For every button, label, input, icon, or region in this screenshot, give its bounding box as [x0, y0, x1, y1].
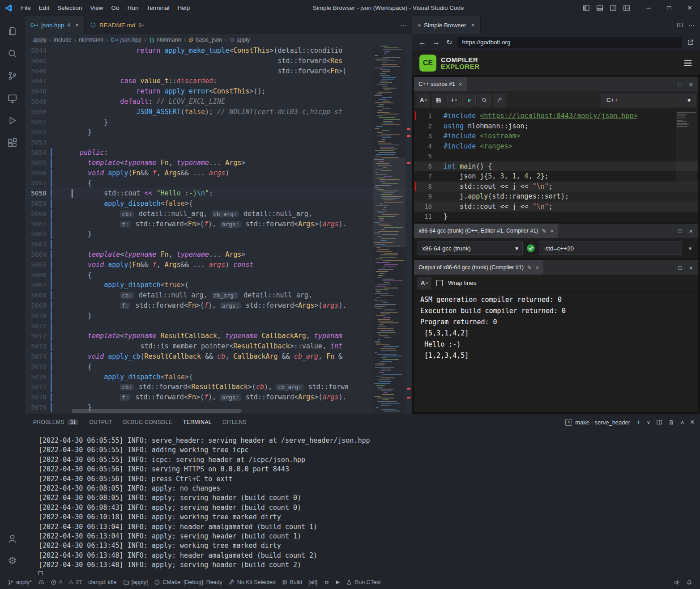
forward-button[interactable]: →: [432, 38, 440, 47]
output-pane-tab[interactable]: Output of x86-64 gcc (trunk) (Compiler #…: [414, 260, 543, 275]
close-pane-icon[interactable]: ×: [689, 81, 693, 88]
breadcrumb-item-include[interactable]: include: [54, 37, 72, 43]
status-play[interactable]: ▶: [333, 575, 343, 589]
editor-tab-README.md[interactable]: README.md9+: [85, 16, 150, 34]
compiler-explorer-logo[interactable]: CE: [419, 55, 436, 72]
activity-live-preview[interactable]: [2, 87, 23, 109]
layout-panel-button[interactable]: [596, 4, 603, 12]
activity-source-control[interactable]: [2, 64, 23, 87]
status--all-[interactable]: [all]: [305, 575, 320, 589]
breadcrumb-item-apply[interactable]: apply: [229, 37, 250, 43]
close-pane-icon[interactable]: ×: [689, 264, 693, 271]
status-clangd-idle[interactable]: clangd: idle: [85, 575, 120, 589]
layout-sidebar-button[interactable]: [583, 4, 590, 12]
source-minimap[interactable]: [676, 111, 697, 182]
breadcrumb-item-apply[interactable]: apply: [33, 37, 47, 43]
activity-account[interactable]: [2, 527, 23, 550]
chevron-down-icon[interactable]: ▾: [686, 245, 695, 252]
close-icon[interactable]: ×: [471, 21, 475, 29]
add-button[interactable]: +▾: [447, 94, 461, 106]
split-button[interactable]: [656, 419, 662, 425]
compiler-options-input[interactable]: -std=c++20: [539, 242, 682, 255]
status--apply-[interactable]: [apply]: [120, 575, 151, 589]
trash-button[interactable]: [668, 419, 674, 425]
status-build[interactable]: ⚙Build: [279, 575, 305, 589]
menu-selection[interactable]: Selection: [53, 0, 86, 16]
status-publish-cloud[interactable]: [35, 575, 47, 589]
panel-tab-output[interactable]: OUTPUT: [89, 414, 112, 430]
panel-tab-terminal[interactable]: TERMINAL: [183, 414, 212, 430]
close-pane-icon[interactable]: ×: [689, 227, 693, 235]
open-external-icon[interactable]: [687, 39, 694, 46]
menu-run[interactable]: Run: [124, 0, 143, 16]
minimize-button[interactable]: ─: [638, 0, 659, 16]
wrap-lines-checkbox[interactable]: [436, 280, 443, 286]
source-code-editor[interactable]: 1#include <https://localhost:8443/apply/…: [414, 109, 698, 222]
menu-terminal[interactable]: Terminal: [142, 0, 173, 16]
close-icon[interactable]: ×: [550, 228, 554, 234]
status-bell[interactable]: [683, 575, 696, 589]
menu-edit[interactable]: Edit: [35, 0, 53, 16]
more-button[interactable]: ···: [688, 21, 695, 29]
back-button[interactable]: ←: [418, 38, 426, 47]
breadcrumb[interactable]: apply›include›nlohmann›C++json.hpp›{}nlo…: [25, 34, 412, 46]
compiler-select[interactable]: x86-64 gcc (trunk) ▾: [418, 242, 523, 255]
chevron-down-button[interactable]: ∨: [646, 419, 650, 425]
breadcrumb-item-json.hpp[interactable]: C++json.hpp: [111, 37, 141, 43]
maximize-button[interactable]: □: [659, 0, 679, 16]
panel-tab-gitlens[interactable]: GITLENS: [222, 414, 247, 430]
editor-tab-json.hpp[interactable]: C++json.hpp4×: [25, 16, 85, 34]
terminal[interactable]: [2022-04-30 06:05:55] INFO: serve_header…: [25, 430, 700, 575]
status-megaphone[interactable]: [670, 575, 683, 589]
status-run-ctest[interactable]: Run CTest: [343, 575, 384, 589]
close-button[interactable]: ×: [690, 418, 695, 427]
panel-tab-debug-console[interactable]: DEBUG CONSOLE: [123, 414, 172, 430]
status-cmake-debug-ready[interactable]: CMake: [Debug]: Ready: [151, 575, 225, 589]
font-size-button[interactable]: A▾: [418, 277, 431, 289]
tab-simple-browser[interactable]: ≡ Simple Browser ×: [412, 16, 481, 34]
edit-pencil-icon[interactable]: ✎: [542, 228, 546, 234]
chevron-up-button[interactable]: ∧: [680, 419, 684, 425]
panel-tab-problems[interactable]: PROBLEMS31: [33, 414, 78, 430]
status-4[interactable]: 4: [47, 575, 65, 589]
pin-button[interactable]: [493, 94, 506, 106]
more-button[interactable]: ···: [400, 21, 406, 29]
status-apply-[interactable]: apply*: [4, 575, 35, 589]
activity-files[interactable]: [2, 20, 23, 42]
close-icon[interactable]: ×: [536, 264, 539, 271]
quick-find-button[interactable]: [478, 94, 491, 106]
font-size-button[interactable]: A▾: [417, 94, 430, 106]
activity-extensions[interactable]: [2, 131, 23, 154]
edit-pencil-icon[interactable]: ✎: [527, 264, 532, 271]
close-icon[interactable]: ×: [459, 81, 462, 88]
layout-sidebar-right-button[interactable]: [610, 4, 617, 12]
menu-view[interactable]: View: [86, 0, 107, 16]
maximize-pane-icon[interactable]: □: [678, 228, 682, 234]
language-select[interactable]: C++▾: [602, 94, 696, 106]
split-editor-button[interactable]: [677, 22, 683, 28]
plus-button[interactable]: +: [636, 418, 640, 426]
menu-help[interactable]: Help: [173, 0, 194, 16]
menu-go[interactable]: Go: [107, 0, 124, 16]
breadcrumb-item-nlohmann[interactable]: {}nlohmann: [149, 37, 181, 43]
status-no-kit-selected[interactable]: No Kit Selected: [226, 575, 279, 589]
breadcrumb-item-nlohmann[interactable]: nlohmann: [79, 37, 103, 43]
code-editor[interactable]: 5044return apply_make_tuple<ConstThis>(d…: [25, 46, 412, 414]
activity-settings-gear[interactable]: ⚙: [2, 550, 23, 572]
reload-button[interactable]: ↻: [446, 38, 452, 47]
activity-run-debug[interactable]: [2, 109, 23, 131]
menu-file[interactable]: File: [17, 0, 35, 16]
minimap[interactable]: [373, 46, 405, 414]
url-input[interactable]: https://godbolt.org: [457, 37, 682, 48]
terminal-select[interactable]: > make - serve_header: [565, 419, 630, 426]
layout-customize-button[interactable]: [623, 4, 630, 12]
source-pane-tab[interactable]: C++ source #1 ×: [414, 77, 467, 91]
maximize-pane-icon[interactable]: □: [678, 264, 682, 271]
horizontal-scrollbar[interactable]: [72, 409, 242, 413]
save-button[interactable]: [432, 94, 445, 106]
status-27[interactable]: ⚠27: [65, 575, 85, 589]
hamburger-menu-icon[interactable]: [683, 58, 693, 68]
status-bug[interactable]: [320, 575, 333, 589]
vim-button[interactable]: v: [462, 94, 476, 106]
maximize-pane-icon[interactable]: □: [678, 81, 682, 88]
